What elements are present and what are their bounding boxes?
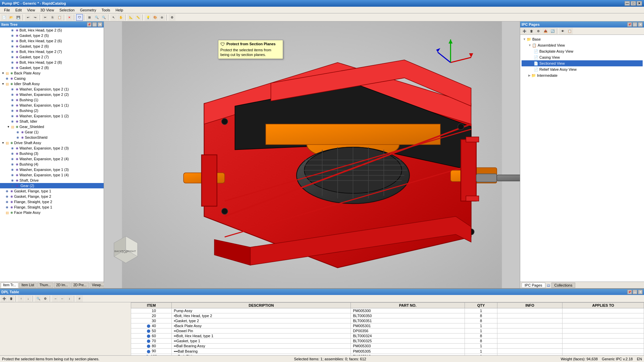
tree-item[interactable]: ◉ ◉Shaft, Drive (0, 178, 104, 183)
dpl-close-button[interactable]: ✕ (638, 290, 643, 294)
toolbar-open[interactable]: 📂 (8, 14, 14, 21)
menu-help[interactable]: Help (113, 7, 126, 13)
tree-item[interactable]: ◉ ◉Bolt, Hex Head, type 2 (6) (0, 38, 104, 44)
tree-item[interactable]: ◉ ◉Flange, Straight, type 2 (0, 199, 104, 204)
table-row[interactable]: 30 •Gasket, type 2 BLT000351 8 (131, 318, 644, 323)
dpl-indent[interactable]: → (52, 295, 59, 302)
tree-item[interactable]: ◉ ◉Gasket, type 2 (8) (0, 65, 104, 70)
ipc-view-button[interactable]: 👁 (559, 28, 566, 35)
ipc-pages-content[interactable]: ▼ 📁 Base ▼ 📋 Assembled View 📄 Backplate … (520, 35, 644, 282)
tree-expand-icon[interactable]: ▼ (1, 71, 5, 75)
tree-item[interactable]: ◉ ◉Gasket, Flange, type 2 (0, 194, 104, 199)
tree-item[interactable]: ◉ ◉Casing (0, 76, 104, 81)
dpl-add[interactable]: ➕ (1, 295, 7, 302)
tree-item[interactable]: ◉ ◉Washer, Expansion, type 2 (1) (0, 86, 104, 92)
toolbar-light[interactable]: 💡 (145, 14, 151, 21)
tree-item[interactable]: ◉ ◉Gasket, type 2 (6) (0, 44, 104, 49)
toolbar-protect-section[interactable]: 🛡 (76, 14, 83, 21)
tree-expand-icon[interactable]: ▼ (1, 82, 5, 85)
tree-expand-icon[interactable]: ▼ (7, 125, 10, 128)
toolbar-rotate-view[interactable]: ✕ (66, 14, 73, 21)
menu-view[interactable]: View (24, 7, 38, 13)
tree-close-button[interactable]: ✕ (98, 22, 102, 27)
table-row[interactable]: 10 Pump Assy PM005300 1 (131, 308, 644, 313)
tree-item[interactable]: ◉ ◉Bolt, Hex Head, type 2 (7) (0, 49, 104, 54)
menu-geometry[interactable]: Geometry (77, 7, 99, 13)
dpl-move-down[interactable]: ↓ (25, 295, 32, 302)
toolbar-save[interactable]: 💾 (15, 14, 21, 21)
tree-item[interactable]: ▼▤ ◉Idler Shaft Assy (0, 81, 104, 86)
toolbar-pan[interactable]: ✋ (117, 14, 124, 21)
menu-tools[interactable]: Tools (99, 7, 113, 13)
toolbar-cut[interactable]: ✂ (42, 14, 49, 21)
tree-item[interactable]: ▼▤ ◉Gear_Shielded (0, 124, 104, 129)
tab-2d-preview[interactable]: 2D Pre... (71, 283, 89, 288)
tree-min-button[interactable]: — (92, 22, 97, 27)
toolbar-zoom-out[interactable]: 🔍 (100, 14, 107, 21)
tree-item[interactable]: ◉ ◉Gasket, type 2 (7) (0, 54, 104, 60)
tree-item[interactable]: ◉ ◉Washer, Expansion, type 1 (2) (0, 113, 104, 119)
ipc-intermediate[interactable]: ▶ 📁 Intermediate (522, 72, 643, 78)
tree-item[interactable]: ◉ ◉Shaft, Idler (0, 119, 104, 124)
toolbar-paste[interactable]: 📋 (56, 14, 63, 21)
dpl-delete[interactable]: 🗑 (8, 295, 14, 302)
tree-item[interactable]: ◉ ◉Washer, Expansion, type 2 (2) (0, 92, 104, 97)
ipc-casing-view[interactable]: 📄 Casing View (522, 54, 643, 60)
tree-item[interactable]: ▼▤ ◉Drive Shaft Assy (0, 140, 104, 145)
menu-file[interactable]: File (1, 7, 13, 13)
toolbar-material[interactable]: 🎨 (152, 14, 158, 21)
toolbar-redo[interactable]: ↪ (32, 14, 39, 21)
maximize-button[interactable]: □ (631, 1, 636, 6)
tree-item[interactable]: ◉ ◉Bolt, Hex Head, type 2 (8) (0, 60, 104, 65)
tab-item-tree[interactable]: Item Tr... (1, 283, 18, 288)
tab-item-list[interactable]: Item List (19, 283, 37, 288)
tree-item[interactable]: ◉ ◉Washer, Expansion, type 1 (4) (0, 172, 104, 178)
tree-item[interactable]: ◉ ◉Washer, Expansion, type 2 (3) (0, 145, 104, 151)
toolbar-select[interactable]: ↖ (110, 14, 117, 21)
minimize-button[interactable]: — (625, 1, 630, 6)
table-row[interactable]: 90 •••Ball Bearing PM005305 1 (131, 349, 644, 354)
viewport[interactable]: 🛡 Protect from Section Planes Protect th… (104, 21, 520, 288)
table-row[interactable]: 40 •Back Plate Assy PM005301 1 (131, 323, 644, 328)
ipc-pin-button[interactable]: 📌 (627, 22, 632, 27)
tree-item[interactable]: ◉ ◉Washer, Expansion, type 1 (1) (0, 103, 104, 108)
toolbar-section[interactable]: ⊖ (159, 14, 165, 21)
dpl-settings[interactable]: ⚙ (42, 295, 49, 302)
ipc-settings-button[interactable]: ⚙ (535, 28, 542, 35)
dpl-filter[interactable]: 🔍 (35, 295, 42, 302)
tab-2d-image[interactable]: 2D Im... (54, 283, 70, 288)
tree-item[interactable]: ▼▤ ◉Back Plate Assy (0, 70, 104, 76)
menu-selection[interactable]: Selection (57, 7, 77, 13)
table-row[interactable]: 50 ••Dowel Pin DP00356 1 (131, 328, 644, 334)
dpl-outdent[interactable]: ← (59, 295, 66, 302)
tree-item[interactable]: ◉ ◉Flange, Straight, type 1 (0, 204, 104, 210)
ipc-sectioned-view[interactable]: 📄 Sectioned View (522, 60, 643, 66)
ipc-delete-button[interactable]: 🗑 (528, 28, 535, 35)
tree-pin-button[interactable]: 📌 (87, 22, 92, 27)
close-button[interactable]: ✕ (637, 1, 642, 6)
toolbar-measure[interactable]: 📏 (135, 14, 141, 21)
tree-item[interactable]: ◉ ◉Gear (2) (0, 183, 104, 188)
ipc-add-button[interactable]: ➕ (521, 28, 528, 35)
dpl-sort[interactable]: ↕ (66, 295, 73, 302)
tree-item[interactable]: ◉ ◉Gear (1) (0, 129, 104, 135)
dpl-move-up[interactable]: ↑ (18, 295, 24, 302)
menu-3dview[interactable]: 3D View (38, 7, 57, 13)
menu-edit[interactable]: Edit (13, 7, 24, 13)
toolbar-new[interactable]: 📄 (1, 14, 7, 21)
tree-item[interactable]: ◉ ◉Bolt, Hex Head, type 2 (5) (0, 27, 104, 33)
tree-item[interactable]: ◉ ◉Bushing (1) (0, 97, 104, 103)
tree-item[interactable]: ◉ ◉Bushing (2) (0, 108, 104, 113)
toolbar-zoom-in[interactable]: 🔍 (93, 14, 100, 21)
ipc-refresh-button[interactable]: 🔄 (549, 28, 556, 35)
dpl-renumber[interactable]: # (76, 295, 83, 302)
nav-cube[interactable]: TOP BACK RIGHT (111, 235, 138, 261)
ipc-close-button[interactable]: ✕ (638, 22, 643, 27)
tree-item[interactable]: ◉ ◉Bushing (4) (0, 162, 104, 167)
ipc-assembled-view[interactable]: ▼ 📋 Assembled View (522, 42, 643, 48)
table-row[interactable]: 80 ••Ball Bearing Assy PM005303 1 (131, 344, 644, 349)
tree-item[interactable]: ◉ ◉Bushing (3) (0, 151, 104, 156)
table-row[interactable]: 20 •Bolt, Hex Head, type 2 BLT000350 8 (131, 313, 644, 318)
table-row[interactable]: 60 ••Bolt, Hex Head, type 1 BLT000324 8 (131, 334, 644, 339)
ipc-props-button[interactable]: 📋 (566, 28, 573, 35)
